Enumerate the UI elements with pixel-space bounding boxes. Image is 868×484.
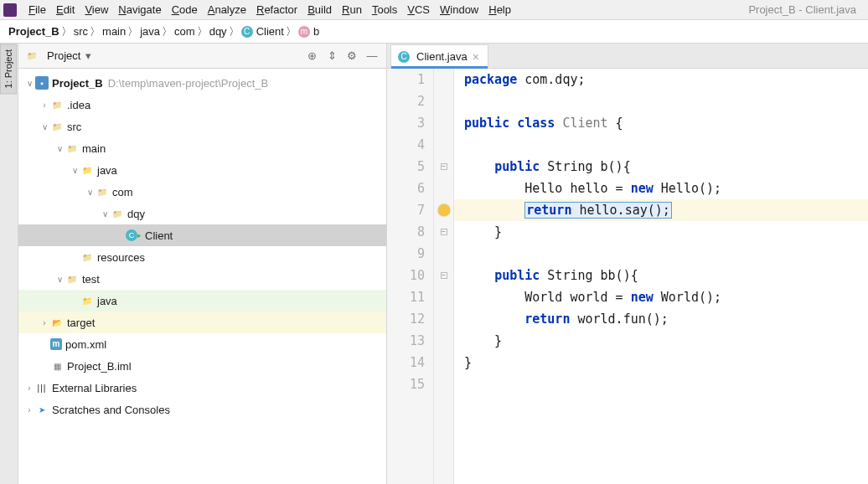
folder-icon — [111, 207, 124, 220]
tree-arrow-icon[interactable] — [23, 405, 35, 414]
crumb-main[interactable]: main — [101, 25, 127, 38]
collapse-icon[interactable]: ⇕ — [324, 49, 339, 64]
tree-arrow-icon[interactable] — [69, 166, 80, 175]
project-icon — [25, 49, 39, 63]
tree-arrow-icon[interactable] — [39, 318, 50, 327]
scratch-icon — [35, 403, 49, 416]
tree-node-target[interactable]: target — [18, 312, 386, 333]
menu-build[interactable]: Build — [302, 3, 337, 16]
left-tool-strip: 1: Project — [0, 44, 18, 484]
settings-icon[interactable]: ⚙ — [344, 49, 359, 64]
maven-icon: m — [50, 338, 62, 350]
menu-code[interactable]: Code — [167, 3, 203, 16]
folder-icon — [65, 142, 79, 155]
crumb-dqy[interactable]: dqy — [208, 25, 229, 38]
iml-icon — [50, 359, 64, 373]
folder-icon — [65, 272, 79, 286]
tree-node--idea[interactable]: .idea — [18, 94, 386, 116]
editor: C Client.java × 123456789101112131415 −−… — [387, 44, 868, 484]
menu-run[interactable]: Run — [337, 3, 367, 16]
code-area[interactable]: 123456789101112131415 −−− package com.dq… — [387, 69, 868, 484]
menu-refactor[interactable]: Refactor — [251, 3, 302, 16]
green-icon — [80, 294, 94, 307]
fold-icon[interactable]: − — [441, 163, 447, 170]
lib-icon — [35, 381, 49, 394]
project-view-dropdown-icon[interactable]: ▾ — [85, 49, 91, 62]
tree-node-com[interactable]: com — [18, 181, 386, 203]
tree-node-project_b[interactable]: ▪Project_BD:\temp\maven-project\Project_… — [18, 72, 386, 94]
blue-icon — [80, 163, 94, 177]
folder-icon — [50, 120, 64, 133]
crumb-b[interactable]: mb — [297, 25, 321, 38]
tree-node-test[interactable]: test — [18, 268, 386, 290]
tree-node-resources[interactable]: resources — [18, 246, 386, 268]
menu-help[interactable]: Help — [483, 3, 516, 16]
menu-edit[interactable]: Edit — [51, 3, 80, 16]
class-icon: C — [241, 26, 253, 38]
tree-node-java[interactable]: java — [18, 290, 386, 312]
tree-node-external-libraries[interactable]: External Libraries — [18, 377, 386, 399]
tree-node-project_b-iml[interactable]: Project_B.iml — [18, 355, 386, 377]
menu-view[interactable]: View — [80, 3, 113, 16]
tree-arrow-icon[interactable] — [54, 144, 65, 153]
line-gutter: 123456789101112131415 — [387, 69, 434, 484]
project-panel-header: Project ▾ ⊕ ⇕ ⚙ — — [18, 44, 386, 69]
tree-arrow-icon[interactable] — [39, 100, 50, 110]
folder-icon — [50, 98, 64, 111]
module-icon: ▪ — [35, 76, 49, 90]
fold-icon[interactable]: − — [441, 272, 447, 279]
gutter-marks: −−− — [434, 69, 454, 484]
crumb-project_b[interactable]: Project_B — [7, 25, 61, 38]
crumb-java[interactable]: java — [138, 25, 162, 38]
menu-window[interactable]: Window — [435, 3, 483, 16]
folder-icon — [96, 185, 109, 198]
tab-label: Client.java — [416, 50, 468, 63]
menubar: FileEditViewNavigateCodeAnalyzeRefactorB… — [0, 0, 868, 20]
menu-vcs[interactable]: VCS — [402, 3, 435, 16]
close-icon[interactable]: × — [473, 50, 479, 64]
fold-icon[interactable]: − — [441, 229, 447, 235]
project-tool-tab[interactable]: 1: Project — [0, 44, 17, 94]
tree-node-pom-xml[interactable]: mpom.xml — [18, 333, 386, 355]
intention-bulb-icon[interactable] — [438, 204, 450, 216]
class-icon: C — [126, 229, 137, 241]
app-icon — [3, 3, 17, 17]
tree-arrow-icon[interactable] — [54, 275, 65, 284]
menu-file[interactable]: File — [23, 3, 51, 16]
tree-arrow-icon[interactable] — [23, 79, 35, 88]
tree-arrow-icon[interactable] — [84, 188, 96, 197]
tree-arrow-icon[interactable] — [99, 209, 111, 219]
tree-node-main[interactable]: main — [18, 137, 386, 159]
tree-node-dqy[interactable]: dqy — [18, 203, 386, 224]
project-tree: ▪Project_BD:\temp\maven-project\Project_… — [18, 69, 386, 484]
tree-arrow-icon[interactable] — [39, 122, 50, 131]
menu-navigate[interactable]: Navigate — [113, 3, 166, 16]
orange-icon — [50, 316, 64, 329]
tab-client[interactable]: C Client.java × — [390, 44, 488, 68]
class-icon: C — [398, 51, 410, 63]
hide-icon[interactable]: — — [364, 49, 380, 64]
menu-analyze[interactable]: Analyze — [203, 3, 251, 16]
project-panel-title[interactable]: Project — [47, 49, 80, 62]
breadcrumb: Project_B〉src〉main〉java〉com〉dqy〉CClient〉… — [0, 20, 868, 44]
tree-node-src[interactable]: src — [18, 116, 386, 137]
crumb-client[interactable]: CClient — [240, 25, 286, 38]
editor-tabs: C Client.java × — [387, 44, 868, 69]
window-title: Project_B - Client.java — [748, 3, 865, 16]
method-icon: m — [298, 26, 310, 38]
folder-icon — [80, 250, 94, 264]
tree-node-client[interactable]: C▸Client — [18, 224, 386, 246]
crumb-com[interactable]: com — [173, 25, 197, 38]
crumb-src[interactable]: src — [72, 25, 90, 38]
menu-tools[interactable]: Tools — [367, 3, 402, 16]
tree-arrow-icon[interactable] — [23, 384, 35, 393]
locate-icon[interactable]: ⊕ — [304, 49, 319, 64]
tree-node-scratches-and-consoles[interactable]: Scratches and Consoles — [18, 399, 386, 420]
code-lines[interactable]: package com.dqy;public class Client { pu… — [454, 69, 868, 484]
tree-node-java[interactable]: java — [18, 159, 386, 181]
project-panel: Project ▾ ⊕ ⇕ ⚙ — ▪Project_BD:\temp\mave… — [18, 44, 387, 484]
